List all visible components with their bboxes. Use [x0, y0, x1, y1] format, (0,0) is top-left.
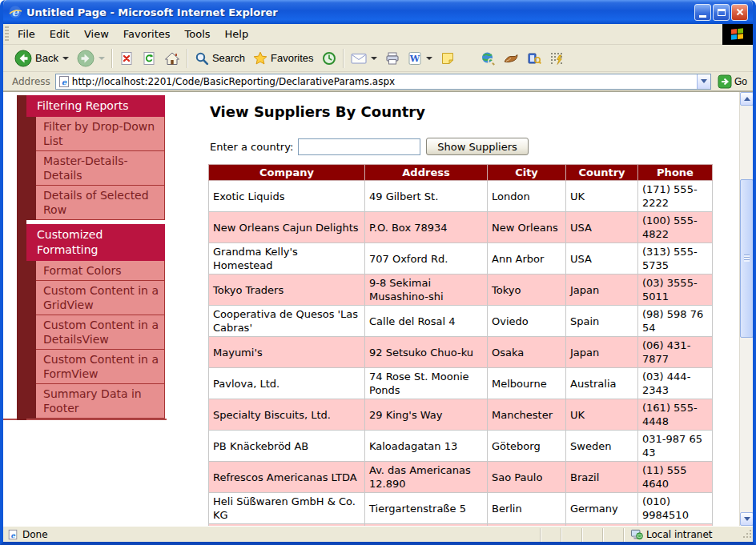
dotted-grid-bolt-icon	[549, 51, 564, 66]
svg-text:W: W	[408, 54, 420, 64]
table-row: Mayumi's92 Setsuko Chuo-kuOsakaJapan(06)…	[209, 337, 713, 368]
address-input[interactable]	[70, 76, 697, 87]
page-icon: e	[58, 75, 70, 88]
print-button[interactable]	[381, 49, 404, 68]
sidebar-section-filtering-reports[interactable]: Filtering Reports	[26, 95, 165, 117]
sidebar-item-custom-content-gridview[interactable]: Custom Content in a GridView	[36, 281, 165, 315]
page-title: View Suppliers By Country	[210, 103, 727, 120]
column-header-address: Address	[365, 165, 488, 181]
table-row: Heli Süßwaren GmbH & Co. KGTiergartenstr…	[209, 493, 713, 524]
toolbar-separator	[343, 49, 344, 68]
column-header-city: City	[488, 165, 566, 181]
standard-toolbar: Back	[3, 45, 753, 72]
sidebar-item-summary-data-in-footer[interactable]: Summary Data in Footer	[36, 384, 165, 419]
maximize-button[interactable]	[713, 4, 730, 21]
grid-bolt-button[interactable]	[545, 49, 568, 68]
sidebar-bottom-rule	[3, 419, 167, 420]
word-dropdown-caret	[426, 57, 432, 60]
forward-button[interactable]	[73, 47, 109, 70]
toolbar-separator	[111, 49, 113, 68]
stop-button[interactable]	[115, 49, 138, 68]
close-button[interactable]	[731, 4, 748, 21]
word-icon: W	[408, 51, 422, 66]
sidebar-item-filter-by-dropdown-list[interactable]: Filter by Drop-Down List	[36, 117, 165, 151]
scroll-down-button[interactable]	[740, 512, 753, 526]
go-button[interactable]: Go	[715, 74, 750, 90]
fox-button[interactable]	[499, 50, 523, 67]
ie-logo-icon: e	[8, 5, 22, 19]
menubar-grip[interactable]	[5, 26, 9, 42]
toolbar-separator	[187, 49, 188, 68]
table-row: Plutzer LebensmittelgroßmärkteBogenallee…	[209, 524, 713, 527]
sidebar-item-format-colors[interactable]: Format Colors	[36, 261, 165, 281]
menu-file[interactable]: File	[10, 24, 42, 44]
status-page-icon: e	[7, 529, 18, 540]
table-row: Tokyo Traders9-8 Sekimai Musashino-shiTo…	[209, 275, 713, 306]
status-bar: e Done Local intranet	[3, 526, 753, 543]
forward-dropdown-caret	[99, 57, 105, 60]
history-icon	[322, 51, 336, 66]
svg-text:e: e	[62, 78, 67, 86]
scrollbar-thumb[interactable]	[740, 179, 753, 338]
table-row: Refrescos Americanas LTDAAv. das America…	[209, 462, 713, 493]
show-suppliers-button[interactable]: Show Suppliers	[426, 138, 529, 155]
table-row: Specialty Biscuits, Ltd.29 King's WayMan…	[209, 399, 713, 431]
menu-bar: File Edit View Favorites Tools Help	[3, 24, 753, 45]
back-button[interactable]: Back	[10, 47, 73, 70]
mail-button[interactable]	[347, 50, 381, 67]
sidebar-menu: Filtering Reports Filter by Drop-Down Li…	[17, 95, 165, 420]
sidebar-item-custom-content-detailsview[interactable]: Custom Content in a DetailsView	[36, 315, 165, 350]
main-content: View Suppliers By Country Enter a countr…	[207, 92, 727, 526]
country-input-label: Enter a country:	[210, 141, 293, 153]
windows-flag-icon	[722, 24, 753, 45]
favorites-button[interactable]: Favorites	[249, 49, 317, 68]
menu-edit[interactable]: Edit	[42, 24, 77, 44]
refresh-button[interactable]	[138, 49, 160, 68]
menu-favorites[interactable]: Favorites	[116, 24, 178, 44]
column-header-country: Country	[566, 165, 638, 181]
menu-view[interactable]: View	[77, 24, 116, 44]
stop-icon	[119, 51, 134, 66]
status-pane	[561, 528, 581, 542]
history-button[interactable]	[318, 49, 340, 68]
resize-grip[interactable]	[742, 528, 753, 542]
status-text: Done	[22, 529, 48, 540]
sidebar-section-customized-formatting[interactable]: Customized Formatting	[26, 224, 165, 261]
page-viewport: Filtering Reports Filter by Drop-Down Li…	[3, 91, 753, 526]
search-icon	[195, 51, 209, 66]
favorites-star-icon	[253, 51, 267, 66]
sidebar-item-details-of-selected-row[interactable]: Details of Selected Row	[36, 186, 165, 220]
country-input[interactable]	[298, 138, 420, 155]
print-icon	[385, 51, 400, 66]
local-intranet-icon	[630, 529, 643, 540]
home-button[interactable]	[160, 49, 184, 68]
address-field: e	[55, 74, 711, 90]
table-row: Cooperativa de Quesos 'Las Cabras'Calle …	[209, 306, 713, 337]
sidebar-items-group: Format Colors Custom Content in a GridVi…	[26, 261, 165, 419]
browser-window: e Untitled Page - Microsoft Internet Exp…	[0, 0, 756, 545]
book-search-button[interactable]	[523, 49, 545, 68]
address-dropdown-button[interactable]	[697, 74, 710, 89]
menu-tools[interactable]: Tools	[178, 24, 218, 44]
book-search-icon	[527, 51, 541, 66]
table-row: New Orleans Cajun DelightsP.O. Box 78934…	[209, 212, 713, 243]
search-button[interactable]: Search	[191, 49, 249, 68]
menu-help[interactable]: Help	[218, 24, 256, 44]
title-bar: e Untitled Page - Microsoft Internet Exp…	[3, 0, 753, 24]
address-label: Address	[12, 76, 50, 87]
edit-with-word-button[interactable]: W	[404, 49, 436, 68]
fox-icon	[503, 52, 519, 65]
notes-button[interactable]	[436, 49, 459, 68]
go-icon	[718, 74, 732, 89]
minimize-button[interactable]	[694, 4, 711, 21]
globe-search-button[interactable]	[477, 49, 499, 68]
scroll-up-button[interactable]	[740, 92, 753, 106]
table-row: Pavlova, Ltd.74 Rose St. Moonie PondsMel…	[209, 368, 713, 399]
vertical-scrollbar[interactable]	[739, 92, 753, 526]
sidebar-item-custom-content-formview[interactable]: Custom Content in a FormView	[36, 350, 165, 384]
mail-icon	[351, 52, 367, 65]
sidebar-item-master-details-details[interactable]: Master-Details-Details	[36, 151, 165, 186]
table-row: Exotic Liquids49 Gilbert St.LondonUK(171…	[209, 181, 713, 212]
table-row: PB Knäckebröd ABKaloadagatan 13GöteborgS…	[209, 431, 713, 462]
security-zone-label: Local intranet	[646, 529, 713, 540]
